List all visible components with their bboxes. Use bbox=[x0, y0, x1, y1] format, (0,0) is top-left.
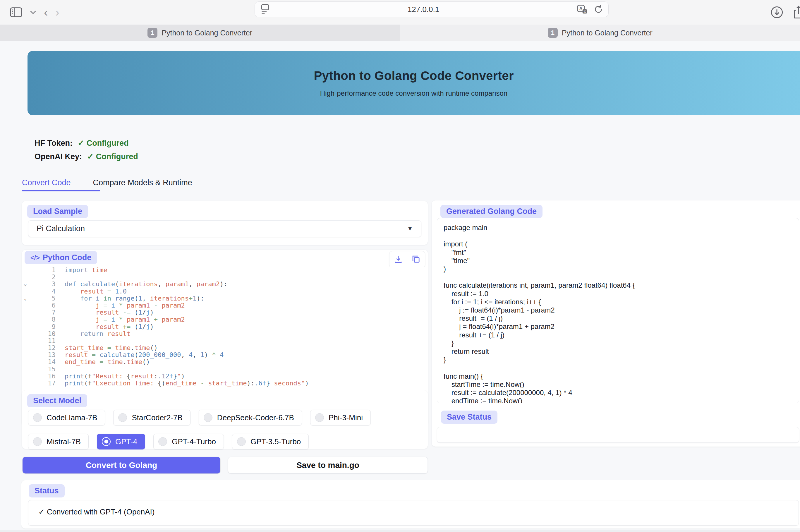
line-gutter: 8 bbox=[22, 316, 60, 323]
code-text: print(f"Execution Time: {(end_time - sta… bbox=[60, 380, 309, 387]
save-status-label-text: Save Status bbox=[447, 413, 492, 422]
line-number: 16 bbox=[48, 373, 56, 380]
tab-divider bbox=[0, 191, 800, 191]
line-number: 1 bbox=[52, 267, 56, 273]
radio-icon bbox=[204, 413, 212, 422]
select-model-label: Select Model bbox=[27, 394, 87, 407]
tab-convert-code[interactable]: Convert Code bbox=[22, 178, 71, 194]
line-gutter: 2 bbox=[22, 273, 60, 281]
dropdown-arrow-icon: ▼ bbox=[407, 225, 413, 232]
browser-tab[interactable]: 1Python to Golang Converter bbox=[0, 24, 400, 41]
model-option-codellama-7b[interactable]: CodeLlama-7B bbox=[28, 410, 105, 425]
code-line: 4 result = 1.0 bbox=[22, 288, 427, 295]
fold-chevron-icon[interactable]: ⌄ bbox=[24, 280, 27, 287]
svg-text:A: A bbox=[579, 6, 583, 11]
radio-icon bbox=[237, 437, 246, 446]
line-number: 5 bbox=[52, 295, 56, 302]
sidebar-toggle-icon[interactable] bbox=[10, 7, 22, 17]
model-option-gpt-3-5-turbo[interactable]: GPT-3.5-Turbo bbox=[232, 434, 309, 450]
code-line: ⌄5 for i in range(1, iterations+1): bbox=[22, 295, 427, 302]
model-option-phi-3-mini[interactable]: Phi-3-Mini bbox=[310, 410, 371, 425]
browser-tab[interactable]: 1Python to Golang Converter bbox=[400, 24, 800, 41]
line-gutter: 10 bbox=[22, 330, 60, 337]
browser-tab-strip: 1Python to Golang Converter1Python to Go… bbox=[0, 24, 800, 41]
address-bar[interactable]: 127.0.0.1 A x bbox=[254, 1, 609, 17]
code-text: j = i * param1 - param2 bbox=[60, 302, 185, 309]
model-option-label: Mistral-7B bbox=[46, 437, 81, 446]
line-gutter: 15 bbox=[22, 366, 60, 373]
copy-code-icon[interactable] bbox=[412, 254, 421, 264]
save-button[interactable]: Save to main.go bbox=[228, 457, 428, 474]
convert-button-label: Convert to Golang bbox=[86, 461, 157, 470]
line-gutter: 9 bbox=[22, 323, 60, 330]
code-text: result += (1/j) bbox=[60, 323, 154, 330]
line-number: 8 bbox=[52, 316, 56, 323]
code-line: 2 bbox=[22, 273, 427, 281]
status-box: ✓ Converted with GPT-4 (OpenAI) bbox=[28, 500, 799, 526]
line-number: 7 bbox=[52, 309, 56, 316]
openai-key-status: OpenAI Key: ✓ Configured bbox=[35, 152, 138, 161]
page-bottom-strip bbox=[0, 530, 800, 532]
code-text: end_time = time.time() bbox=[60, 359, 150, 365]
model-option-gpt-4-turbo[interactable]: GPT-4-Turbo bbox=[153, 434, 224, 450]
model-option-mistral-7b[interactable]: Mistral-7B bbox=[28, 434, 89, 450]
code-text: result -= (1/j) bbox=[60, 309, 154, 316]
share-icon[interactable] bbox=[792, 5, 800, 20]
code-line: 10 return result bbox=[22, 330, 427, 337]
save-button-label: Save to main.go bbox=[297, 461, 359, 470]
chevron-down-icon[interactable] bbox=[30, 10, 36, 14]
app-title: Python to Golang Code Converter bbox=[314, 69, 514, 83]
radio-icon bbox=[118, 413, 127, 422]
line-gutter: 16 bbox=[22, 373, 60, 380]
model-option-label: Phi-3-Mini bbox=[329, 413, 363, 422]
select-model-label-text: Select Model bbox=[33, 396, 81, 405]
line-number: 2 bbox=[52, 273, 56, 281]
downloads-icon[interactable] bbox=[770, 5, 784, 19]
line-gutter: 1 bbox=[22, 267, 60, 273]
golang-code-box[interactable]: package main import ( "fmt" "time" ) fun… bbox=[437, 218, 799, 403]
line-gutter: 11 bbox=[22, 337, 60, 344]
line-number: 14 bbox=[48, 359, 56, 365]
model-radio-group: CodeLlama-7BStarCoder2-7BDeepSeek-Coder-… bbox=[28, 410, 422, 450]
line-gutter: 7 bbox=[22, 309, 60, 316]
fold-chevron-icon[interactable]: ⌄ bbox=[24, 295, 27, 302]
convert-button[interactable]: Convert to Golang bbox=[22, 457, 220, 474]
radio-icon bbox=[315, 413, 324, 422]
code-text bbox=[60, 366, 65, 373]
line-number: 4 bbox=[52, 288, 56, 295]
back-button[interactable]: ‹ bbox=[44, 6, 48, 18]
reload-icon[interactable] bbox=[594, 4, 603, 14]
code-icon: </> bbox=[31, 254, 40, 262]
code-line: 16print(f"Result: {result:.12f}") bbox=[22, 373, 427, 380]
model-option-gpt-4[interactable]: GPT-4 bbox=[97, 434, 145, 450]
hf-token-label: HF Token: bbox=[35, 139, 73, 148]
tab-title: Python to Golang Converter bbox=[161, 29, 252, 37]
code-text bbox=[60, 273, 65, 281]
line-gutter: 14 bbox=[22, 359, 60, 365]
code-text: for i in range(1, iterations+1): bbox=[60, 295, 204, 302]
tab-compare-models-runtime[interactable]: Compare Models & Runtime bbox=[93, 178, 192, 194]
forward-button[interactable]: › bbox=[55, 6, 59, 18]
editor-toolbar bbox=[389, 251, 425, 267]
page-icon[interactable] bbox=[260, 3, 270, 15]
model-option-starcoder2-7b[interactable]: StarCoder2-7B bbox=[113, 410, 190, 425]
load-sample-section: Load Sample Pi Calculation ▼ bbox=[22, 201, 428, 245]
code-line: 12start_time = time.time() bbox=[22, 344, 427, 352]
model-option-label: CodeLlama-7B bbox=[46, 413, 97, 422]
download-code-icon[interactable] bbox=[394, 254, 403, 264]
radio-icon bbox=[33, 413, 42, 422]
line-number: 13 bbox=[48, 352, 56, 359]
line-gutter: 4 bbox=[22, 288, 60, 295]
sample-dropdown[interactable]: Pi Calculation ▼ bbox=[28, 220, 421, 237]
code-text: def calculate(iterations, param1, param2… bbox=[60, 281, 227, 288]
code-line: 1import time bbox=[22, 267, 427, 273]
line-number: 11 bbox=[48, 337, 56, 344]
toolbar-divider bbox=[407, 254, 407, 264]
line-number: 12 bbox=[48, 344, 56, 352]
model-option-deepseek-coder-6-7b[interactable]: DeepSeek-Coder-6.7B bbox=[199, 410, 302, 425]
app-tabs: Convert CodeCompare Models & Runtime bbox=[22, 178, 192, 194]
app-subtitle: High-performance code conversion with ru… bbox=[320, 89, 508, 97]
hf-token-value: ✓ Configured bbox=[78, 139, 129, 148]
translate-icon[interactable]: A x bbox=[577, 4, 588, 14]
model-option-label: GPT-4 bbox=[115, 437, 137, 446]
